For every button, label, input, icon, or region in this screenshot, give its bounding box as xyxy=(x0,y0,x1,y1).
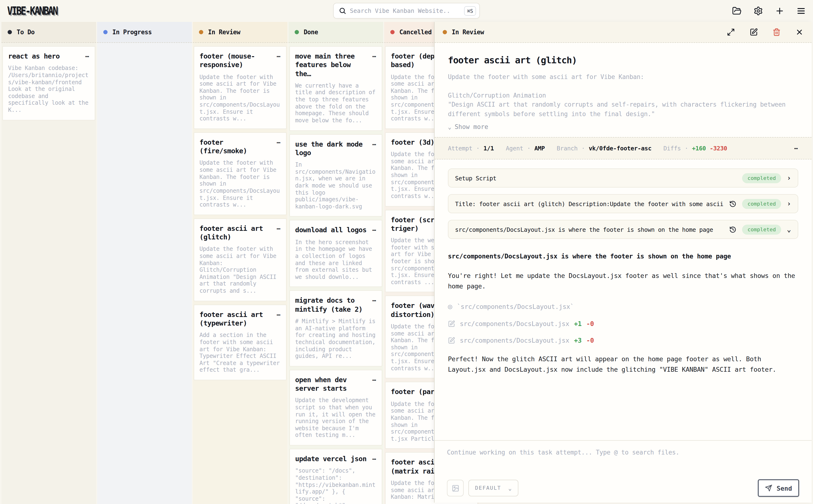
thread-heading: src/components/DocsLayout.jsx is where t… xyxy=(448,251,798,261)
task-card-description: "source": "/docs", "destination": "https… xyxy=(295,468,377,504)
edit-task-button[interactable] xyxy=(749,28,758,36)
search-input[interactable] xyxy=(350,7,461,14)
task-card[interactable]: update vercel json ⋯ "source": "/docs", … xyxy=(289,449,382,504)
status-dot xyxy=(103,30,108,34)
more-options-icon[interactable]: ⋯ xyxy=(372,298,377,304)
step-chevron-icon[interactable]: ⌄ xyxy=(787,226,791,233)
expand-button[interactable] xyxy=(726,28,735,36)
task-card-title: footer (fire/smoke) xyxy=(199,138,274,155)
profile-select-value: DEFAULT xyxy=(475,485,501,491)
task-card[interactable]: download all logos ⋯ In the hero screens… xyxy=(289,220,382,287)
task-description-line: Glitch/Corruption Animation xyxy=(448,91,798,100)
step-card[interactable]: Setup Script completed › xyxy=(448,168,798,188)
file-edit-removed: -0 xyxy=(586,337,594,344)
task-card-title: download all logos xyxy=(295,226,367,235)
settings-button[interactable] xyxy=(754,6,763,16)
column-header: In Progress xyxy=(97,22,192,43)
more-options-icon[interactable]: ⋯ xyxy=(372,456,377,462)
task-card[interactable]: move main three features below the… ⋯ We… xyxy=(289,46,382,131)
panel-status-dot xyxy=(443,30,447,34)
send-icon xyxy=(765,484,772,492)
show-more-button[interactable]: ⌄ Show more xyxy=(448,123,798,130)
task-card[interactable]: footer (fire/smoke) ⋯ Update the footer … xyxy=(194,132,287,215)
column-title: Done xyxy=(304,29,318,36)
task-card[interactable]: open when dev server starts ⋯ Update the… xyxy=(289,370,382,446)
thread-message: You're right! Let me update the DocsLayo… xyxy=(448,271,798,292)
chevron-down-icon: ⌄ xyxy=(448,124,451,130)
menu-button[interactable] xyxy=(796,6,806,16)
more-options-icon[interactable]: ⋯ xyxy=(372,377,377,383)
send-button[interactable]: Send xyxy=(758,479,799,497)
file-edit-row[interactable]: src/components/DocsLayout.jsx +3 -0 xyxy=(448,337,798,344)
step-title: src/components/DocsLayout.jsx is where t… xyxy=(455,226,724,233)
task-card[interactable]: use the dark mode logo ⋯ In src/componen… xyxy=(289,134,382,217)
more-options-icon[interactable]: ⋯ xyxy=(277,226,281,232)
attempt-more-options-icon[interactable]: ⋯ xyxy=(794,145,798,152)
more-options-icon[interactable]: ⋯ xyxy=(372,141,377,147)
task-card-title: migrate docs to mintlify (take 2) xyxy=(295,296,369,314)
column-title: Cancelled xyxy=(399,29,432,36)
column-to-do: To Do react as hero ⋯ Vibe Kanban codeba… xyxy=(1,22,96,504)
panel-main: footer ascii art (glitch) Update the foo… xyxy=(435,43,812,503)
hamburger-menu-icon xyxy=(796,6,806,16)
task-card-title: footer ascii art (typewriter) xyxy=(199,310,274,327)
step-chevron-icon[interactable]: › xyxy=(787,200,791,207)
task-card[interactable]: react as hero ⋯ Vibe Kanban codebase: /U… xyxy=(2,46,95,120)
search-shortcut-badge: ⌘S xyxy=(464,6,476,15)
app-logo[interactable]: VIBE-KANBAN xyxy=(7,4,57,18)
task-card-title: react as hero xyxy=(8,52,60,61)
attempt-count: Attempt·1/1 xyxy=(448,145,494,152)
task-card[interactable]: footer (mouse-responsive) ⋯ Update the f… xyxy=(194,46,287,129)
more-options-icon[interactable]: ⋯ xyxy=(372,227,377,233)
search-icon xyxy=(339,7,346,14)
send-label: Send xyxy=(777,484,792,492)
task-card-description: Vibe Kanban codebase: /Users/britannio/p… xyxy=(8,65,89,114)
task-card-title: update vercel json xyxy=(295,455,367,463)
task-card-title: footer ascii art (glitch) xyxy=(199,224,274,242)
task-card[interactable]: migrate docs to mintlify (take 2) ⋯ # Mi… xyxy=(289,291,382,366)
column-in-review: In Review footer (mouse-responsive) ⋯ Up… xyxy=(193,22,288,504)
column-done: Done move main three features below the…… xyxy=(288,22,383,504)
close-icon xyxy=(795,28,803,36)
pencil-square-icon xyxy=(448,320,455,327)
file-edit-row[interactable]: src/components/DocsLayout.jsx +1 -0 xyxy=(448,320,798,328)
column-body xyxy=(97,43,192,504)
task-card-title: use the dark mode logo xyxy=(295,140,369,157)
file-edit-removed: -0 xyxy=(586,320,594,328)
step-chevron-icon[interactable]: › xyxy=(787,174,791,182)
more-options-icon[interactable]: ⋯ xyxy=(372,53,377,59)
column-body: footer (mouse-responsive) ⋯ Update the f… xyxy=(193,43,288,504)
status-badge: completed xyxy=(742,173,781,183)
thread-file-reference[interactable]: ◎ `src/components/DocsLayout.jsx` xyxy=(448,302,798,311)
step-title: Setup Script xyxy=(455,174,737,182)
history-icon[interactable] xyxy=(729,226,737,233)
attach-image-button[interactable] xyxy=(447,480,464,496)
step-card[interactable]: src/components/DocsLayout.jsx is where t… xyxy=(448,220,798,239)
status-dot xyxy=(8,30,12,34)
close-panel-button[interactable] xyxy=(795,28,803,36)
topbar-actions xyxy=(732,6,806,16)
task-card-description: Update the development script so that wh… xyxy=(295,397,377,439)
add-task-button[interactable] xyxy=(775,6,784,16)
status-badge: completed xyxy=(742,199,781,209)
step-card[interactable]: Title: footer ascii art (glitch) Descrip… xyxy=(448,194,798,213)
column-title: To Do xyxy=(17,29,35,36)
search-box[interactable]: ⌘S xyxy=(333,3,480,19)
column-header: To Do xyxy=(1,22,96,43)
profile-select[interactable]: DEFAULT ⌄ xyxy=(468,480,518,496)
task-card[interactable]: footer ascii art (typewriter) ⋯ Add a se… xyxy=(194,304,287,380)
file-edit-path: src/components/DocsLayout.jsx xyxy=(460,337,569,344)
composer-input[interactable] xyxy=(447,449,799,474)
column-title: In Review xyxy=(208,29,240,36)
task-card[interactable]: footer ascii art (glitch) ⋯ Update the f… xyxy=(194,218,287,301)
delete-task-button[interactable] xyxy=(772,28,781,36)
attempt-diffs[interactable]: Diffs·+160-3230 xyxy=(663,145,727,152)
history-icon[interactable] xyxy=(729,200,737,207)
more-options-icon[interactable]: ⋯ xyxy=(277,139,281,146)
attempt-branch[interactable]: Branch·vk/0fde-footer-asc xyxy=(557,145,651,152)
more-options-icon[interactable]: ⋯ xyxy=(277,311,281,318)
more-options-icon[interactable]: ⋯ xyxy=(85,53,89,59)
open-project-button[interactable] xyxy=(732,6,742,16)
more-options-icon[interactable]: ⋯ xyxy=(277,53,281,59)
attempt-agent: Agent·AMP xyxy=(506,145,545,152)
